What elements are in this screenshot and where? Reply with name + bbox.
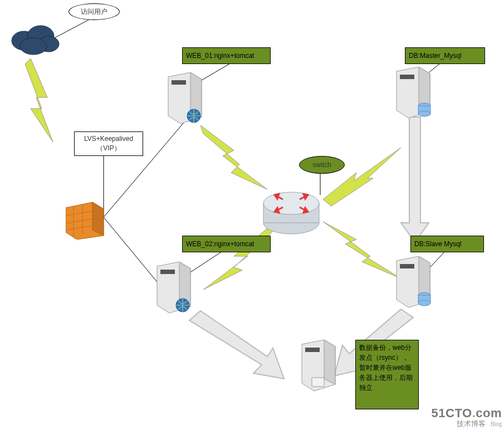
svg-rect-46 xyxy=(160,270,175,274)
user-label-text: 访问用户 xyxy=(81,7,107,17)
svg-rect-56 xyxy=(400,264,414,268)
watermark-blog: Blog xyxy=(491,421,502,427)
svg-marker-13 xyxy=(323,148,401,206)
lvs-label-text: LVS+Keepalived（VIP） xyxy=(84,135,133,152)
web02-label-text: WEB_02:nginx+tomcat xyxy=(186,240,254,248)
svg-marker-61 xyxy=(324,340,335,384)
db-master-label-text: DB:Master_Mysql xyxy=(409,52,462,60)
svg-point-53 xyxy=(418,111,430,116)
router-icon xyxy=(261,184,322,237)
svg-rect-62 xyxy=(305,348,320,352)
watermark-brand-a: 51CTO xyxy=(432,406,472,420)
switch-label: switch xyxy=(299,156,345,174)
internet-cloud-icon xyxy=(8,19,61,56)
backup-note: 数据备份，web分发点（rsync），暂时兼并在web服务器上使用，后期独立 xyxy=(355,340,419,409)
db-master-label: DB:Master_Mysql xyxy=(405,47,485,64)
svg-marker-15 xyxy=(401,117,429,242)
web01-label-text: WEB_01:nginx+tomcat xyxy=(186,52,254,60)
db-slave-label: DB:Slave Mysql xyxy=(410,236,484,252)
web02-server-icon xyxy=(150,262,195,315)
svg-point-59 xyxy=(418,300,430,306)
backup-server-icon xyxy=(295,340,340,393)
web01-label: WEB_01:nginx+tomcat xyxy=(182,47,271,64)
svg-marker-16 xyxy=(189,311,284,379)
switch-label-text: switch xyxy=(312,161,331,169)
db-slave-label-text: DB:Slave Mysql xyxy=(414,240,462,248)
svg-rect-50 xyxy=(400,75,414,79)
svg-rect-63 xyxy=(312,378,324,387)
svg-point-21 xyxy=(20,38,47,55)
watermark-brand-b: com xyxy=(476,406,502,420)
backup-note-text: 数据备份，web分发点（rsync），暂时兼并在web服务器上使用，后期独立 xyxy=(359,344,413,392)
svg-marker-11 xyxy=(200,125,267,189)
firewall-icon xyxy=(66,198,105,240)
svg-marker-10 xyxy=(25,58,53,142)
svg-rect-42 xyxy=(172,80,186,85)
db-master-server-icon xyxy=(390,67,434,120)
watermark: 51CTO.com 技术博客 Blog xyxy=(432,407,502,428)
web01-server-icon xyxy=(162,72,206,125)
lvs-label: LVS+Keepalived（VIP） xyxy=(74,131,143,156)
db-slave-server-icon xyxy=(390,256,434,309)
web02-label: WEB_02:nginx+tomcat xyxy=(182,236,271,252)
svg-marker-28 xyxy=(92,202,104,236)
svg-marker-14 xyxy=(323,222,401,278)
user-label: 访问用户 xyxy=(68,3,120,20)
svg-point-31 xyxy=(263,192,319,214)
watermark-cn: 技术博客 xyxy=(457,419,486,428)
